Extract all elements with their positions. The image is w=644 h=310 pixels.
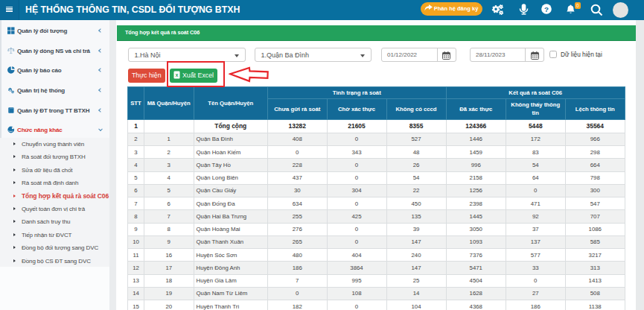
svg-text:?: ? [544,5,549,13]
